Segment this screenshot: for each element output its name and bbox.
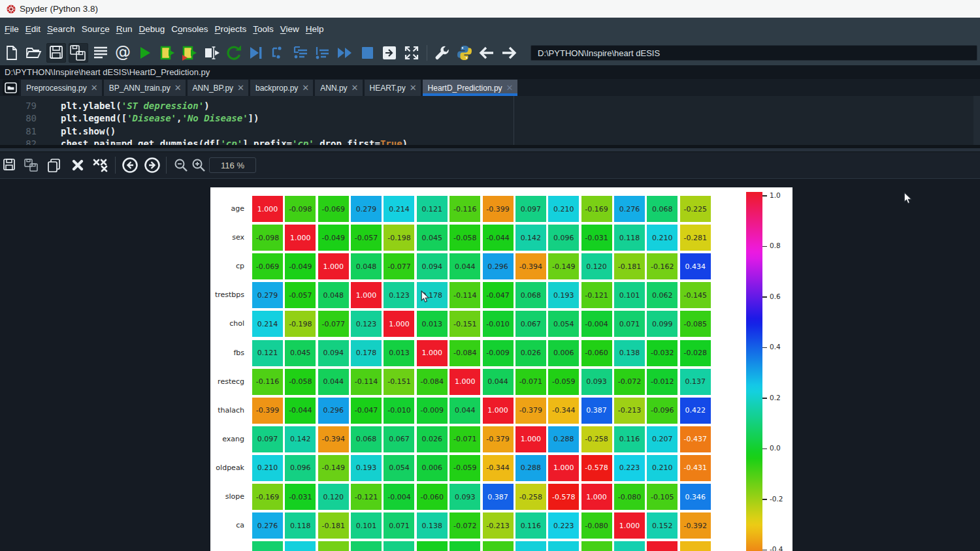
tab-label: Preprocessing.py — [26, 84, 87, 93]
heatmap-cell: -0.344 — [680, 541, 711, 551]
tab-close-icon[interactable]: ✕ — [506, 83, 514, 93]
save-file-button[interactable] — [46, 43, 66, 63]
plots-toolbar-separator — [115, 157, 116, 174]
heatmap-cell: -0.049 — [285, 253, 316, 279]
heatmap-cell: 0.118 — [285, 512, 316, 539]
heatmap-cell: -0.162 — [318, 541, 349, 551]
save-plot-button[interactable] — [1, 155, 17, 175]
toolbar-separator — [427, 45, 427, 61]
tab-preprocessing-py[interactable]: Preprocessing.py✕ — [21, 80, 102, 96]
heatmap-cell: 0.093 — [449, 484, 480, 510]
plots-zoom-level[interactable]: 116 % — [209, 157, 256, 173]
debug-step-return-button[interactable] — [313, 43, 333, 63]
save-all-plots-button[interactable] — [23, 155, 40, 175]
save-all-button[interactable] — [69, 43, 88, 63]
tab-close-icon[interactable]: ✕ — [237, 83, 244, 93]
rerun-cell-button[interactable] — [224, 43, 244, 63]
heatmap-row-label: fbs — [205, 349, 244, 357]
heatmap-cell: 0.223 — [548, 512, 579, 539]
pane-splitter[interactable] — [0, 145, 980, 152]
run-selection-button[interactable] — [202, 43, 221, 63]
heatmap-cell: 1.000 — [483, 398, 514, 424]
heatmap-cell: -0.012 — [449, 541, 480, 551]
heatmap-cell: 0.026 — [515, 340, 546, 366]
find-symbols-button[interactable]: @ — [113, 43, 133, 63]
zoom-out-button[interactable] — [172, 155, 189, 175]
heatmap-cell: -0.085 — [680, 311, 711, 337]
heatmap-cell: 0.044 — [449, 398, 480, 424]
new-file-button[interactable] — [2, 43, 22, 63]
file-switcher-button[interactable] — [91, 43, 110, 63]
editor-tab-bar: Preprocessing.py✕BP_ANN_train.py✕ANN_BP.… — [0, 79, 980, 96]
debug-continue-button[interactable] — [335, 43, 355, 63]
heatmap-cell: -0.057 — [351, 225, 382, 251]
run-file-button[interactable] — [135, 43, 155, 63]
heatmap-cell: 0.210 — [252, 455, 283, 481]
debug-step-into-button[interactable] — [291, 43, 310, 63]
menu-run[interactable]: Run — [114, 24, 135, 34]
colorbar-tick — [762, 246, 767, 247]
heatmap-cell: -0.399 — [483, 196, 514, 222]
heatmap-row-label: trestbps — [205, 291, 244, 299]
code-editor[interactable]: 79plt.ylabel('ST depression')80plt.legen… — [0, 96, 980, 145]
heatmap-cell: 0.296 — [318, 398, 349, 424]
previous-plot-button[interactable] — [122, 155, 139, 175]
tab-close-icon[interactable]: ✕ — [91, 83, 98, 93]
heatmap-cell: -0.181 — [614, 253, 645, 279]
browse-tabs-button[interactable] — [3, 80, 19, 95]
heatmap-cell: 0.045 — [417, 225, 448, 251]
heatmap-cell: 1.000 — [417, 340, 448, 366]
debug-step-button[interactable] — [269, 43, 288, 63]
tab-ann-py[interactable]: ANN.py✕ — [315, 80, 362, 96]
run-cell-advance-button[interactable] — [180, 43, 199, 63]
menu-file[interactable]: File — [2, 24, 22, 34]
menu-view[interactable]: View — [278, 24, 302, 34]
nav-back-button[interactable] — [477, 43, 497, 63]
tab-ann_bp-py[interactable]: ANN_BP.py✕ — [188, 80, 248, 96]
menu-edit[interactable]: Edit — [23, 24, 43, 34]
next-plot-button[interactable] — [144, 155, 161, 175]
plots-toolbar-separator — [166, 157, 167, 174]
heatmap-cell: 0.434 — [680, 253, 711, 279]
tab-close-icon[interactable]: ✕ — [302, 83, 309, 93]
zoom-in-button[interactable] — [190, 155, 207, 175]
tab-heartd_prediction-py[interactable]: HeartD_Prediction.py✕ — [423, 80, 517, 96]
tab-bp_ann_train-py[interactable]: BP_ANN_train.py✕ — [104, 80, 186, 96]
tab-backprop-py[interactable]: backprop.py✕ — [250, 80, 313, 96]
preferences-button[interactable] — [433, 43, 452, 63]
tab-close-icon[interactable]: ✕ — [410, 83, 417, 93]
heatmap-cell: 0.288 — [515, 455, 546, 481]
heatmap-cell: 0.121 — [252, 340, 283, 366]
tab-close-icon[interactable]: ✕ — [351, 83, 359, 93]
menu-projects[interactable]: Projects — [212, 24, 250, 34]
menu-debug[interactable]: Debug — [136, 24, 167, 34]
heatmap-cell: 0.026 — [417, 426, 448, 452]
heatmap-cell: 0.006 — [417, 455, 448, 481]
open-file-button[interactable] — [24, 43, 44, 63]
run-cell-button[interactable] — [157, 43, 177, 63]
heatmap-cell: 0.210 — [548, 196, 579, 222]
colorbar-tick-label: 0.0 — [770, 444, 781, 452]
menu-search[interactable]: Search — [44, 24, 78, 34]
tab-close-icon[interactable]: ✕ — [174, 83, 182, 93]
heatmap-cell: -0.258 — [581, 426, 612, 452]
python-path-manager-button[interactable] — [455, 43, 474, 63]
copy-plot-button[interactable] — [46, 155, 63, 175]
heatmap-cell: 0.207 — [515, 541, 546, 551]
debug-file-button[interactable] — [246, 43, 266, 63]
menu-consoles[interactable]: Consoles — [169, 24, 210, 34]
heatmap-cell: 0.279 — [252, 282, 283, 308]
close-plot-button[interactable] — [69, 155, 86, 175]
menu-help[interactable]: Help — [303, 24, 327, 34]
close-all-plots-button[interactable] — [91, 155, 108, 175]
heatmap-cell: 0.210 — [285, 541, 316, 551]
maximize-pane-button[interactable] — [380, 43, 399, 63]
fullscreen-button[interactable] — [402, 43, 421, 63]
menu-source[interactable]: Source — [79, 24, 112, 34]
menu-tools[interactable]: Tools — [250, 24, 276, 34]
debug-stop-button[interactable] — [357, 43, 377, 63]
colorbar-tick-label: -0.2 — [770, 495, 783, 503]
tab-heart-py[interactable]: HEART.py✕ — [365, 80, 421, 96]
working-directory-input[interactable]: D:\PYTHON\Inspire\heart dESIS — [531, 45, 977, 61]
nav-forward-button[interactable] — [499, 43, 519, 63]
